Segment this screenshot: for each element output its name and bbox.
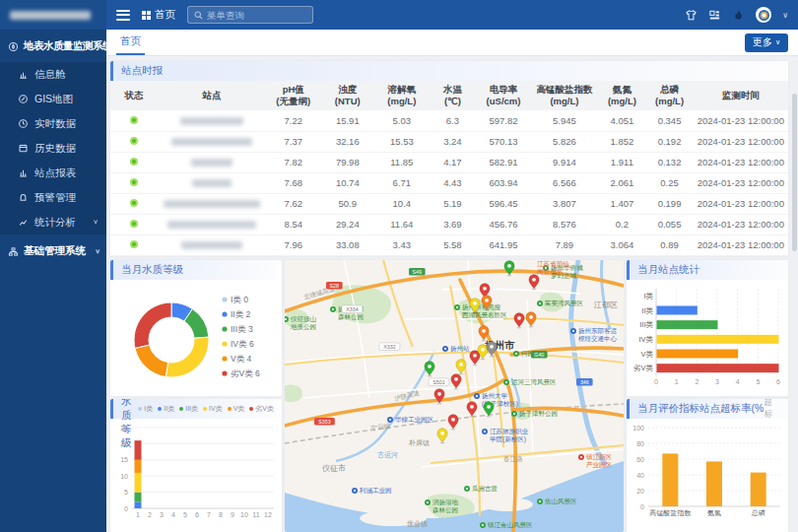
table-cell: 5.945	[531, 110, 599, 131]
table-cell: 7.62	[266, 193, 320, 214]
map-label: 何园	[513, 350, 534, 357]
table-cell: 6.71	[374, 172, 429, 193]
fullscreen-flame-icon[interactable]	[732, 9, 745, 22]
svg-text:仪征市: 仪征市	[322, 464, 346, 473]
table-row[interactable]: 7.6810.746.714.43603.946.5662.0610.25202…	[110, 172, 788, 193]
map-label: 茱萸湾风景区	[537, 299, 584, 307]
sidebar-item-statistics[interactable]: 统计分析 ∨	[0, 210, 106, 234]
svg-text:西湖风景名胜区: 西湖风景名胜区	[461, 310, 507, 318]
table-row[interactable]: 7.3732.1615.533.24570.135.8261.8520.1922…	[110, 131, 788, 152]
breadcrumb-home[interactable]: 首页	[142, 8, 175, 22]
svg-text:古运河: 古运河	[377, 451, 398, 459]
svg-text:6: 6	[195, 511, 199, 518]
svg-text:IV类: IV类	[638, 334, 653, 343]
table-cell: 5.826	[531, 131, 599, 152]
table-cell: 0.89	[645, 234, 693, 255]
map-label: 春江路	[503, 455, 523, 463]
tab-home[interactable]: 首页	[116, 30, 145, 55]
gis-map[interactable]: 扬州市江都区仪征市朴席镇世业镇扬州西郊森林公园仪征捺山地质公园茱萸湾风景区扬州市…	[285, 260, 624, 532]
user-menu-caret-icon[interactable]: ∨	[782, 11, 788, 20]
svg-text:森林公园: 森林公园	[338, 312, 364, 319]
station-name-redacted	[171, 138, 252, 146]
exceed-rate-panel: 当月评价指标站点超标率(%) 超标 020406080100高锰酸盐指数氨氮总磷	[627, 399, 788, 532]
table-cell: 0.132	[645, 152, 693, 172]
sidebar-group-label: 地表水质量监测系统	[24, 39, 112, 53]
table-cell: 3.24	[429, 131, 476, 152]
svg-text:扬州站: 扬州站	[450, 345, 470, 353]
year-grade-stacked-chart: 0510152025123456789101112	[110, 419, 282, 532]
more-button[interactable]: 更多 ∨	[745, 33, 788, 52]
svg-text:森林公园: 森林公园	[432, 505, 458, 512]
sidebar-item-station-report[interactable]: 站点报表	[0, 161, 106, 185]
column-header: 站点	[158, 81, 266, 110]
table-cell: 456.76	[476, 214, 530, 234]
svg-text:IV类 6: IV类 6	[231, 339, 254, 349]
table-row[interactable]: 7.8279.9811.854.17582.919.9141.9110.1322…	[110, 152, 788, 172]
status-dot-normal	[130, 116, 138, 124]
svg-text:产业园区: 产业园区	[586, 460, 613, 467]
dashboard-grid: 当月水质等级 I类 0II类 2III类 3IV类 6V类 4劣V类 6	[110, 260, 788, 532]
table-cell: 29.24	[320, 214, 374, 234]
sidebar-item-alert-management[interactable]: 预警管理	[0, 185, 106, 210]
map-label: 扬州市蜀冈瘦西湖风景名胜区	[454, 303, 507, 319]
map-label: 华棣工业园区	[387, 416, 434, 423]
menu-search[interactable]	[187, 6, 313, 24]
table-cell: 7.89	[531, 234, 599, 255]
svg-text:茱萸湾风景区: 茱萸湾风景区	[544, 299, 584, 307]
svg-text:G40: G40	[534, 351, 544, 357]
table-cell: 1.407	[598, 193, 645, 214]
logo-redacted	[10, 11, 91, 20]
sidebar-item-realtime-data[interactable]: 实时数据	[0, 111, 106, 136]
table-cell: 50.9	[320, 193, 374, 214]
sidebar-item-history-data[interactable]: 历史数据	[0, 136, 106, 161]
table-cell: 8.54	[266, 214, 320, 234]
svg-text:华棣工业园区: 华棣工业园区	[395, 416, 434, 423]
table-cell: 0.192	[645, 131, 693, 152]
svg-text:III类 3: III类 3	[231, 324, 253, 334]
tabbar: 首页 更多 ∨	[106, 30, 798, 56]
table-row[interactable]: 8.5429.2411.643.69456.768.5760.20.055202…	[110, 214, 788, 234]
svg-text:10: 10	[240, 511, 248, 518]
table-row[interactable]: 7.2215.915.036.3597.825.9454.0510.345202…	[110, 110, 788, 131]
sidebar-item-info[interactable]: 信息舱	[0, 62, 106, 87]
table-cell: 6.3	[429, 110, 476, 131]
svg-text:III类: III类	[639, 320, 653, 329]
vertical-scrollbar[interactable]	[792, 94, 797, 251]
year-grade-panel: 全年水质等级 I类II类III类IV类V类劣V类 051015202512345…	[110, 399, 282, 532]
sidebar-group-water-system[interactable]: 地表水质量监测系统 ∧	[0, 30, 106, 62]
hamburger-menu-icon[interactable]	[116, 10, 130, 21]
alarm-icon	[18, 192, 29, 203]
status-dot-normal	[130, 220, 138, 228]
column-header: 电导率(uS/cm)	[476, 81, 530, 110]
svg-text:地质公园: 地质公园	[291, 322, 316, 329]
sidebar-item-gis-map[interactable]: GIS地图	[0, 87, 106, 111]
month-station-bar-chart: 0123456I类II类III类IV类V类劣V类	[627, 280, 788, 396]
sidebar-group-base-system[interactable]: 基础管理系统 ∨	[0, 234, 106, 267]
table-cell: 582.91	[476, 152, 530, 172]
monitor-time-cell: 2024-01-23 12:00:00	[694, 234, 788, 255]
theme-skin-icon[interactable]	[685, 9, 698, 22]
svg-text:60: 60	[636, 455, 644, 462]
table-row[interactable]: 7.6250.910.45.19596.453.8071.4070.199202…	[110, 193, 788, 214]
table-cell: 79.98	[320, 152, 374, 172]
table-cell: 4.43	[429, 172, 476, 193]
table-cell: 11.64	[374, 214, 429, 234]
svg-text:V类: V类	[640, 349, 653, 358]
layout-size-icon[interactable]	[708, 9, 721, 22]
monitor-time-cell: 2024-01-23 12:00:00	[694, 172, 788, 193]
table-row[interactable]: 7.9633.083.435.58641.957.893.0640.892024…	[110, 234, 788, 255]
topbar-actions: ∨	[685, 7, 788, 23]
report-icon	[18, 167, 29, 178]
svg-text:II类 2: II类 2	[231, 309, 251, 319]
svg-text:0: 0	[124, 504, 128, 511]
sitemap-icon	[8, 246, 19, 257]
column-header: 溶解氧(mg/L)	[374, 81, 429, 110]
station-name-redacted	[181, 241, 242, 249]
table-cell: 11.85	[374, 152, 429, 172]
app-root: 地表水质量监测系统 ∧ 信息舱 GIS地图 实时数据 历史数据	[0, 0, 798, 532]
search-input[interactable]	[207, 10, 306, 21]
svg-text:0: 0	[654, 378, 658, 385]
calendar-icon	[18, 143, 29, 154]
avatar[interactable]	[756, 7, 771, 23]
map-label: 运河三湾风景区	[503, 378, 557, 386]
